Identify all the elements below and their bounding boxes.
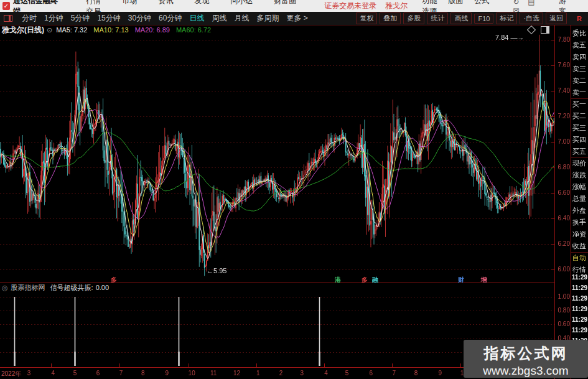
- candlestick-chart[interactable]: [0, 34, 554, 281]
- menubar-item-1[interactable]: 行情: [86, 0, 101, 5]
- sidebar-row-买四[interactable]: 买四: [572, 135, 588, 144]
- period-tab-8[interactable]: 周线: [212, 14, 226, 22]
- sidebar-row-总量[interactable]: 总量: [572, 194, 588, 204]
- toolbar-button-4[interactable]: 统计: [427, 12, 448, 24]
- sidebar-row-卖一[interactable]: 卖一: [572, 88, 588, 97]
- menubar-item-4[interactable]: 发现: [194, 0, 209, 5]
- event-marker-3[interactable]: 多: [362, 276, 368, 284]
- event-marker-4[interactable]: 融: [372, 276, 378, 284]
- menubar-right-item-1[interactable]: 功能: [422, 0, 437, 5]
- sidebar-row-卖二[interactable]: 卖二: [572, 76, 588, 85]
- red-r-badge-icon[interactable]: R: [577, 16, 582, 22]
- sidebar-row-买二[interactable]: 买二: [572, 111, 588, 121]
- signal-tick-0.80: 0.80: [555, 307, 570, 314]
- period-tab-9[interactable]: 月线: [234, 14, 249, 22]
- sidebar-separator: [571, 157, 588, 158]
- login-status[interactable]: 证券交易未登录: [324, 1, 376, 11]
- diamond-marker-icon[interactable]: [527, 26, 536, 34]
- layout-panel-icon[interactable]: [4, 15, 12, 22]
- period-tab-4[interactable]: 15分钟: [97, 14, 120, 22]
- price-tick-7.60: 7.60: [555, 62, 570, 68]
- sidebar-row-卖三[interactable]: 卖三: [572, 64, 588, 73]
- event-marker-5[interactable]: 财: [458, 276, 464, 284]
- ma-legend-item-1: MA5: 7.32: [56, 26, 87, 34]
- x-axis-quarter-tick: [51, 363, 52, 368]
- period-tab-3[interactable]: 5分钟: [71, 14, 90, 22]
- sidebar-row-自动[interactable]: 自动: [572, 253, 588, 263]
- price-tick-7.20: 7.20: [555, 113, 570, 119]
- sidebar-row-现价[interactable]: 现价: [572, 159, 588, 168]
- mobile-icon[interactable]: ▤: [528, 0, 534, 6]
- sidebar-row-净资[interactable]: 净资: [572, 230, 588, 239]
- toolbar-button-9[interactable]: 返回: [546, 12, 567, 24]
- sidebar-row-卖四[interactable]: 卖四: [572, 52, 588, 62]
- x-axis-month-1: 3: [27, 370, 31, 377]
- sidebar-row-换手[interactable]: 换手: [572, 218, 588, 227]
- toolbar-button-3[interactable]: 多股: [403, 12, 424, 24]
- menubar-item-6[interactable]: 财富圈: [274, 0, 296, 5]
- x-axis-month-14: 4: [324, 370, 328, 377]
- high-price-annotation: 7.84 —→: [495, 34, 524, 41]
- sidebar-row-涨跌[interactable]: 涨跌: [572, 171, 588, 180]
- period-tab-7[interactable]: 日线: [189, 14, 204, 22]
- price-tick-7.40: 7.40: [555, 87, 570, 94]
- sidebar-row-外盘[interactable]: 外盘: [572, 206, 588, 215]
- period-tab-5[interactable]: 30分钟: [128, 14, 151, 22]
- current-stock-name[interactable]: 雅戈尔: [385, 1, 408, 11]
- app-logo-icon[interactable]: ✓: [2, 2, 10, 10]
- sidebar-row-涨幅[interactable]: 涨幅: [572, 182, 588, 192]
- low-price-annotation: ←5.95: [207, 267, 226, 274]
- menubar-item-3[interactable]: 资讯: [158, 0, 173, 5]
- toolbar-button-6[interactable]: F10: [474, 14, 493, 24]
- collapse-icon[interactable]: ◎: [2, 284, 8, 292]
- price-tick-6.00: 6.00: [555, 266, 570, 273]
- x-axis-month-18: 8: [414, 370, 418, 377]
- period-tab-10[interactable]: 多周期: [256, 14, 279, 22]
- ma-legend-item-3: MA20: 6.89: [135, 26, 170, 34]
- price-tick-7.00: 7.00: [555, 138, 570, 145]
- event-marker-2[interactable]: 港: [335, 276, 341, 284]
- event-marker-6[interactable]: 增: [481, 276, 487, 284]
- sidebar-row-委比[interactable]: 委比: [572, 29, 588, 38]
- x-axis-month-2: 4: [51, 370, 55, 377]
- x-axis-quarter-tick: [256, 363, 257, 368]
- period-tab-2[interactable]: 1分钟: [44, 14, 63, 22]
- event-marker-1[interactable]: 多: [111, 276, 117, 284]
- sidebar-separator: [571, 252, 588, 253]
- sidebar-row-行情[interactable]: 行情: [572, 265, 588, 274]
- x-axis-quarter-tick: [119, 363, 120, 368]
- menubar-right-item-3[interactable]: 公式: [474, 0, 489, 5]
- sidebar-row-买五[interactable]: 买五: [572, 147, 588, 156]
- arrow-left-icon: ←: [207, 267, 213, 274]
- sidebar-row-买一[interactable]: 买一: [572, 100, 588, 109]
- sidebar-row-卖五[interactable]: 卖五: [572, 40, 588, 50]
- price-tick-6.20: 6.20: [555, 240, 570, 247]
- tdx-terminal-window: ✓ 通达信金融终端 行情市场资讯发现问小达财富圈交易 证券交易未登录 雅戈尔 功…: [0, 0, 588, 379]
- price-tick-7.80: 7.80: [555, 36, 570, 43]
- sidebar-row-买三[interactable]: 买三: [572, 123, 588, 133]
- price-tick-6.80: 6.80: [555, 164, 570, 171]
- x-axis-month-13: 3: [300, 370, 304, 377]
- indicator-group-label: 股票指标网: [11, 283, 45, 292]
- price-tick-6.60: 6.60: [555, 189, 570, 196]
- indicator-settings-icon[interactable]: ⊙: [47, 26, 52, 34]
- x-axis-quarter-tick: [392, 363, 393, 368]
- menubar-item-5[interactable]: 问小达: [230, 0, 253, 5]
- toolbar-button-8[interactable]: ·自选: [520, 12, 543, 24]
- toolbar-button-5[interactable]: 画线: [450, 12, 472, 24]
- menubar-right-item-2[interactable]: 版面: [448, 0, 463, 5]
- x-axis-month-9: 11: [210, 370, 217, 377]
- chart-title: 雅戈尔(日线): [2, 25, 44, 35]
- x-axis-month-4: 6: [96, 370, 100, 377]
- toolbar-button-7[interactable]: 标记: [496, 12, 517, 24]
- menubar-item-2[interactable]: 市场: [122, 0, 137, 5]
- toolbar-button-1[interactable]: 复权: [356, 12, 377, 24]
- refresh-icon[interactable]: ↻: [513, 0, 519, 6]
- split-panel-icon[interactable]: [541, 26, 549, 34]
- period-tab-6[interactable]: 60分钟: [159, 14, 182, 22]
- period-tab-11[interactable]: 更多 >: [286, 14, 307, 22]
- x-axis-month-16: 6: [369, 370, 373, 377]
- toolbar-button-2[interactable]: 叠加: [380, 12, 401, 24]
- sidebar-row-收益[interactable]: 收益: [572, 241, 588, 251]
- period-tab-1[interactable]: 分时: [22, 14, 37, 22]
